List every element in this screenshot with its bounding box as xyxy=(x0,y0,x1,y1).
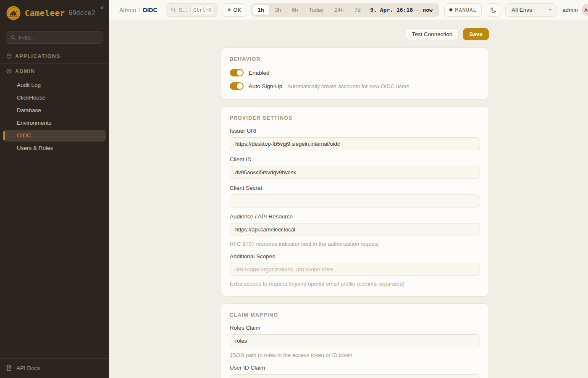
roles-claim-label: Roles Claim xyxy=(230,325,480,331)
sidebar-item-api-docs[interactable]: API Docs xyxy=(0,358,109,378)
issuer-uri-label: Issuer URI xyxy=(230,128,480,134)
test-connection-button[interactable]: Test Connection xyxy=(406,28,459,40)
admin-nav: Audit Log ClickHouse Database Environmen… xyxy=(0,79,109,155)
time-from: 9. Apr. 16:18 xyxy=(370,7,413,13)
audience-label: Audience / API Resource xyxy=(230,213,480,220)
search-shortcut-kbd: Ctrl+K xyxy=(190,6,214,14)
auto-signup-toggle-row: Auto Sign-Up Automatically create accoun… xyxy=(230,82,480,90)
client-id-label: Client ID xyxy=(230,156,480,163)
time-range-7d[interactable]: 7d xyxy=(349,5,366,16)
sidebar-item-clickhouse[interactable]: ClickHouse xyxy=(3,92,106,104)
search-icon xyxy=(171,7,176,13)
client-id-input[interactable] xyxy=(230,166,480,179)
global-search[interactable]: S… Ctrl+K xyxy=(166,3,218,17)
audience-field-group: Audience / API Resource RFC 8707 resourc… xyxy=(230,213,480,247)
app-title: Cameleer xyxy=(25,8,65,18)
time-separator: – xyxy=(416,7,419,13)
client-secret-input[interactable] xyxy=(230,194,480,207)
environment-select[interactable]: All Envs xyxy=(505,3,556,17)
chevron-down-icon xyxy=(549,9,552,11)
claim-mapping-card: CLAIM MAPPING Roles Claim JSON path to r… xyxy=(221,303,489,378)
breadcrumb-current-page: OIDC xyxy=(143,7,158,13)
breadcrumb: Admin / OIDC xyxy=(119,7,158,13)
moon-icon xyxy=(490,7,497,13)
sidebar-item-database[interactable]: Database xyxy=(3,105,106,116)
client-secret-field-group: Client Secret xyxy=(230,185,480,213)
filter-input[interactable] xyxy=(19,34,99,41)
avatar: AD xyxy=(582,4,588,16)
app-version: 69dcce2 xyxy=(69,9,95,17)
time-range-selector: 1h 3h 6h Today 24h 7d 9. Apr. 16:18 – no… xyxy=(251,3,439,17)
time-to: now xyxy=(423,7,432,13)
sidebar-section-admin: ADMIN xyxy=(0,64,109,79)
client-secret-label: Client Secret xyxy=(230,185,480,191)
sidebar-item-oidc[interactable]: OIDC xyxy=(3,130,106,142)
environment-select-value: All Envs xyxy=(512,7,532,13)
time-range-3h[interactable]: 3h xyxy=(270,5,286,16)
time-range-1h[interactable]: 1h xyxy=(252,5,269,16)
user-id-claim-field-group: User ID Claim Claim used as unique user … xyxy=(230,365,480,378)
cube-icon xyxy=(6,53,12,59)
search-icon xyxy=(10,35,16,40)
sidebar-collapse-button[interactable]: « xyxy=(100,3,104,12)
time-range-display[interactable]: 9. Apr. 16:18 – now xyxy=(366,7,438,13)
auto-signup-toggle-label: Auto Sign-Up xyxy=(249,83,282,89)
time-range-today[interactable]: Today xyxy=(304,5,329,16)
sidebar-section-applications: APPLICATIONS xyxy=(0,49,109,63)
sidebar-item-users-roles[interactable]: Users & Roles xyxy=(3,142,106,154)
roles-claim-field-group: Roles Claim JSON path to roles in the ac… xyxy=(230,325,480,358)
save-button[interactable]: Save xyxy=(463,28,489,40)
section-label: ADMIN xyxy=(15,68,35,74)
dark-mode-toggle-button[interactable] xyxy=(487,3,500,17)
issuer-uri-field-group: Issuer URI xyxy=(230,128,480,156)
additional-scopes-label: Additional Scopes xyxy=(230,253,480,260)
user-id-claim-label: User ID Claim xyxy=(230,365,480,371)
app-logo-camel-coin-icon xyxy=(6,5,21,21)
issuer-uri-input[interactable] xyxy=(230,137,480,150)
refresh-mode-badge[interactable]: MANUAL xyxy=(444,3,482,17)
provider-settings-card: PROVIDER SETTINGS Issuer URI Client ID C… xyxy=(221,106,489,297)
time-range-6h[interactable]: 6h xyxy=(286,5,303,16)
right-pane: Admin / OIDC S… Ctrl+K OK 1h 3h 6h Today… xyxy=(109,0,588,378)
additional-scopes-field-group: Additional Scopes Extra scopes to reques… xyxy=(230,253,480,287)
enabled-toggle-row: Enabled xyxy=(230,69,480,76)
manual-mode-dot xyxy=(449,8,452,11)
sidebar: Cameleer 69dcce2 « APPLICATIONS ADM xyxy=(0,0,109,378)
section-label: APPLICATIONS xyxy=(15,53,60,59)
roles-claim-input[interactable] xyxy=(230,334,480,347)
enabled-toggle[interactable] xyxy=(230,69,244,76)
status-ok-dot xyxy=(228,8,231,11)
auto-signup-toggle[interactable] xyxy=(230,82,244,90)
logo-row: Cameleer 69dcce2 « xyxy=(0,0,109,26)
username-label: admin xyxy=(562,7,578,13)
status-badge: OK xyxy=(223,3,247,17)
sidebar-filter[interactable] xyxy=(6,31,103,44)
page-actions: Test Connection Save xyxy=(221,28,489,40)
top-header: Admin / OIDC S… Ctrl+K OK 1h 3h 6h Today… xyxy=(109,0,588,20)
breadcrumb-separator: / xyxy=(139,7,140,13)
client-id-field-group: Client ID xyxy=(230,156,480,185)
claim-mapping-card-title: CLAIM MAPPING xyxy=(230,312,480,318)
time-range-24h[interactable]: 24h xyxy=(329,5,349,16)
sidebar-item-audit-log[interactable]: Audit Log xyxy=(3,79,106,91)
auto-signup-description: Automatically create accounts for new OI… xyxy=(287,83,409,89)
roles-claim-helper-text: JSON path to roles in the access token o… xyxy=(230,352,480,358)
manual-mode-label: MANUAL xyxy=(455,7,477,13)
user-menu[interactable]: admin AD xyxy=(562,4,588,16)
gear-icon xyxy=(6,68,12,74)
provider-settings-card-title: PROVIDER SETTINGS xyxy=(230,115,480,121)
main-content: Test Connection Save BEHAVIOR Enabled Au… xyxy=(109,20,588,378)
audience-input[interactable] xyxy=(230,223,480,236)
user-id-claim-input[interactable] xyxy=(230,374,480,378)
enabled-toggle-label: Enabled xyxy=(249,70,270,76)
search-placeholder-text: S… xyxy=(179,7,188,13)
behavior-card: BEHAVIOR Enabled Auto Sign-Up Automatica… xyxy=(221,47,489,100)
additional-scopes-input[interactable] xyxy=(230,263,480,276)
document-icon xyxy=(6,365,12,371)
sidebar-item-environments[interactable]: Environments xyxy=(3,117,106,129)
breadcrumb-admin[interactable]: Admin xyxy=(119,7,136,13)
status-label: OK xyxy=(234,7,242,13)
additional-scopes-helper-text: Extra scopes to request beyond openid em… xyxy=(230,281,480,287)
api-docs-label: API Docs xyxy=(16,365,40,371)
behavior-card-title: BEHAVIOR xyxy=(230,56,480,62)
